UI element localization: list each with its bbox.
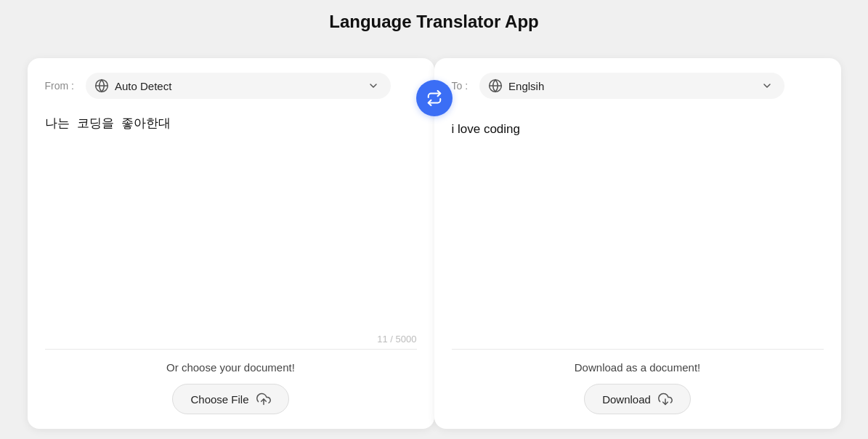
globe-icon-target [488,78,503,93]
choose-file-label: Choose File [190,393,248,406]
chevron-down-icon-target [761,80,773,92]
swap-icon [426,90,442,106]
source-language-selector[interactable]: Auto Detect [86,73,391,99]
source-panel-header: From : Auto Detect [28,58,434,108]
target-text-area-wrapper: i love coding [434,108,841,349]
translated-text: i love coding [452,113,824,145]
target-panel-header: To : Englsih [434,58,841,108]
source-language-text: Auto Detect [115,80,362,92]
source-text-area-wrapper: 11 / 5000 [28,108,434,349]
source-panel: From : Auto Detect 11 / 5000 Or choose y… [28,58,434,429]
swap-languages-button[interactable] [416,80,453,116]
choose-file-button[interactable]: Choose File [172,384,288,414]
page-title: Language Translator App [0,0,868,47]
target-language-selector[interactable]: Englsih [479,73,784,99]
upload-cloud-icon [256,392,271,406]
download-label: Download [602,393,651,406]
to-label: To : [452,80,469,92]
target-panel: To : Englsih i love coding Download as a… [434,58,841,429]
download-button[interactable]: Download [584,384,691,414]
source-textarea[interactable] [45,113,417,328]
from-label: From : [45,80,74,92]
main-container: From : Auto Detect 11 / 5000 Or choose y… [0,47,868,439]
download-cloud-icon [658,392,673,406]
source-panel-footer: Or choose your document! Choose File [28,350,434,429]
chevron-down-icon-source [368,80,379,92]
download-document-label: Download as a document! [575,361,700,374]
char-count: 11 / 5000 [45,328,417,349]
globe-icon-source [94,78,109,93]
target-language-text: Englsih [508,80,755,92]
choose-document-label: Or choose your document! [166,361,295,374]
target-panel-footer: Download as a document! Download [434,350,841,429]
